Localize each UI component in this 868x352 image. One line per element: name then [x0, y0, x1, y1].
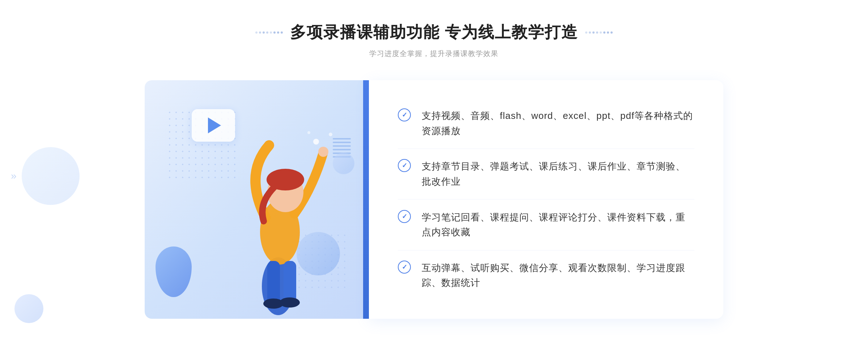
check-circle-1: ✓ [398, 108, 411, 121]
feature-item-4: ✓ 互动弹幕、试听购买、微信分享、观看次数限制、学习进度跟踪、数据统计 [398, 250, 694, 301]
check-circle-2: ✓ [398, 159, 411, 172]
character-illustration [222, 109, 338, 319]
illustration-area [145, 80, 369, 319]
content-section: ✓ 支持视频、音频、flash、word、excel、ppt、pdf等各种格式的… [145, 80, 723, 319]
page-title: 多项录播课辅助功能 专为线上教学打造 [290, 22, 578, 43]
header-dots-right [585, 31, 613, 34]
title-wrapper: 多项录播课辅助功能 专为线上教学打造 [255, 22, 613, 43]
left-arrow-decoration: » [11, 171, 17, 181]
check-mark-icon-2: ✓ [402, 162, 407, 169]
check-mark-icon-3: ✓ [402, 213, 407, 220]
svg-point-10 [329, 133, 332, 136]
circle-deco-large [297, 232, 340, 275]
bg-circle-bottom-left [14, 294, 43, 323]
check-circle-3: ✓ [398, 210, 411, 223]
svg-point-8 [280, 297, 300, 308]
check-mark-icon-4: ✓ [402, 263, 407, 271]
feature-text-2: 支持章节目录、弹题考试、课后练习、课后作业、章节测验、批改作业 [422, 159, 694, 189]
check-mark-icon-1: ✓ [402, 111, 407, 119]
feature-text-3: 学习笔记回看、课程提问、课程评论打分、课件资料下载，重点内容收藏 [422, 210, 694, 240]
feature-text-1: 支持视频、音频、flash、word、excel、ppt、pdf等各种格式的资源… [422, 108, 694, 138]
feature-text-4: 互动弹幕、试听购买、微信分享、观看次数限制、学习进度跟踪、数据统计 [422, 261, 694, 291]
check-circle-4: ✓ [398, 261, 411, 274]
bg-circle-left [22, 147, 80, 205]
blue-shape-deco [156, 246, 192, 297]
svg-point-9 [313, 139, 319, 145]
svg-rect-5 [267, 261, 280, 304]
header-section: 多项录播课辅助功能 专为线上教学打造 学习进度全掌握，提升录播课教学效果 [255, 22, 613, 59]
svg-point-4 [318, 147, 328, 157]
chevron-right-icon: » [11, 171, 17, 181]
features-area: ✓ 支持视频、音频、flash、word、excel、ppt、pdf等各种格式的… [369, 80, 723, 319]
feature-item-1: ✓ 支持视频、音频、flash、word、excel、ppt、pdf等各种格式的… [398, 98, 694, 149]
svg-point-11 [307, 131, 310, 134]
header-dots-left [255, 31, 283, 34]
feature-item-3: ✓ 学习笔记回看、课程提问、课程评论打分、课件资料下载，重点内容收藏 [398, 200, 694, 250]
page-subtitle: 学习进度全掌握，提升录播课教学效果 [255, 49, 613, 59]
accent-bar [363, 80, 369, 319]
svg-rect-6 [284, 261, 296, 302]
page-wrapper: » 多项录播课辅助功能 专为线上教学打造 学习进度全掌握，提升录播课教学效果 [0, 0, 868, 352]
play-icon [208, 117, 221, 133]
feature-item-2: ✓ 支持章节目录、弹题考试、课后练习、课后作业、章节测验、批改作业 [398, 149, 694, 199]
